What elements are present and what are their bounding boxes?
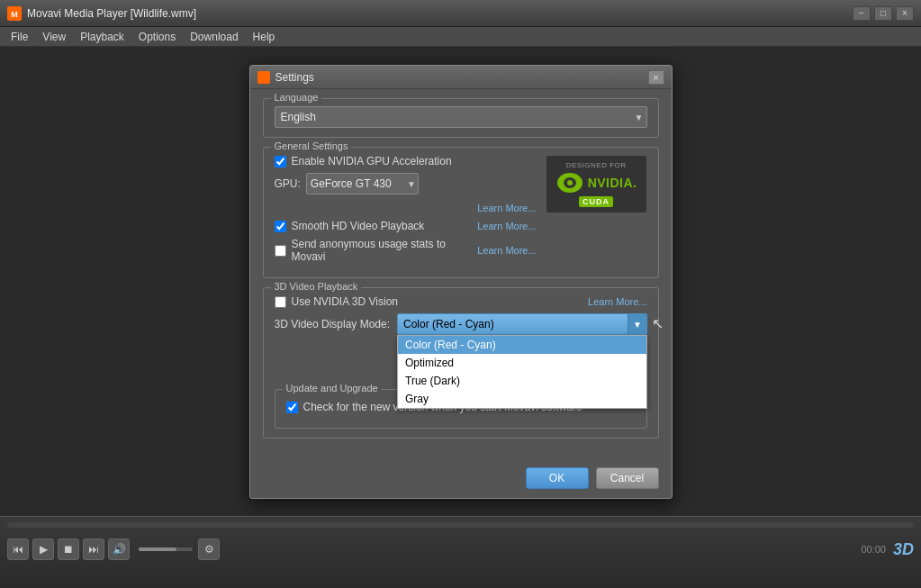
play-button[interactable]: ▶ <box>32 538 54 560</box>
gpu-label: GPU: <box>275 177 301 190</box>
main-area: Settings × Language English Deutsch Fran… <box>0 47 921 588</box>
gpu-acceleration-label: Enable NVIDIA GPU Acceleration <box>292 155 537 167</box>
time-display: 00:00 <box>861 544 886 555</box>
close-button[interactable]: × <box>896 6 914 21</box>
controls-row: ⏮ ▶ ⏹ ⏭ 🔊 ⚙ 00:00 3D <box>0 533 921 565</box>
anonymous-stats-row: Send anonymous usage stats to Movavi Lea… <box>275 238 537 263</box>
menu-file[interactable]: File <box>4 29 35 45</box>
volume-slider[interactable] <box>139 547 193 551</box>
titlebar: M Movavi Media Player [Wildlife.wmv] − □… <box>0 0 921 27</box>
nvidia-designed-text: DESIGNED FOR <box>566 161 627 169</box>
video3d-group: 3D Video Playback Use NVIDIA 3D Vision L… <box>263 287 659 439</box>
modal-overlay: Settings × Language English Deutsch Fran… <box>0 47 921 588</box>
general-settings-label: General Settings <box>271 140 352 151</box>
minimize-button[interactable]: − <box>853 6 871 21</box>
gpu-select-wrapper: GeForce GT 430 GeForce GTX 580 ▼ <box>306 173 419 194</box>
nvidia-3d-row: Use NVIDIA 3D Vision Learn More... <box>275 295 647 308</box>
dropdown-option-2[interactable]: True (Dark) <box>398 372 646 390</box>
settings-button[interactable]: ⚙ <box>198 538 220 560</box>
cuda-badge: CUDA <box>579 196 613 207</box>
gpu-acceleration-row: Enable NVIDIA GPU Acceleration <box>275 155 537 167</box>
check-version-checkbox[interactable] <box>286 402 298 413</box>
update-group-label: Update and Upgrade <box>283 383 382 394</box>
menu-download[interactable]: Download <box>183 29 245 45</box>
dropdown-option-1[interactable]: Optimized <box>398 354 646 372</box>
volume-fill <box>139 547 176 551</box>
language-select[interactable]: English Deutsch Français Español <box>275 106 647 128</box>
gpu-acceleration-checkbox[interactable] <box>275 156 286 167</box>
display-mode-label: 3D Video Display Mode: <box>275 318 391 330</box>
stop-button[interactable]: ⏹ <box>58 538 79 560</box>
dropdown-trigger[interactable]: Color (Red - Cyan) ▼ <box>397 313 646 335</box>
dialog-icon <box>257 71 270 84</box>
video3d-group-label: 3D Video Playback <box>271 281 362 292</box>
dropdown-option-3[interactable]: Gray <box>398 390 646 408</box>
cursor-indicator: ↖ <box>652 315 664 332</box>
maximize-button[interactable]: □ <box>874 6 892 21</box>
menu-view[interactable]: View <box>35 29 73 45</box>
smooth-hd-label: Smooth HD Video Playback <box>292 220 478 232</box>
nvidia-logo: NVIDIA. <box>555 171 637 194</box>
window-title: Movavi Media Player [Wildlife.wmv] <box>27 7 853 20</box>
anonymous-stats-label: Send anonymous usage stats to Movavi <box>292 238 478 263</box>
smooth-hd-checkbox[interactable] <box>275 221 286 232</box>
player-controls: ⏮ ▶ ⏹ ⏭ 🔊 ⚙ 00:00 3D <box>0 516 921 588</box>
progress-bar[interactable] <box>7 522 914 528</box>
dropdown-option-0[interactable]: Color (Red - Cyan) <box>398 336 646 354</box>
dropdown-arrow: ▼ <box>628 313 647 335</box>
display-mode-dropdown[interactable]: Color (Red - Cyan) ▼ Color (Red - Cyan) … <box>397 313 646 335</box>
svg-point-2 <box>259 73 268 82</box>
learn-more-link-1[interactable]: Learn More... <box>477 203 536 213</box>
volume-button[interactable]: 🔊 <box>108 538 130 560</box>
dialog-title: Settings <box>275 71 648 84</box>
anonymous-stats-checkbox[interactable] <box>275 245 286 257</box>
skip-forward-button[interactable]: ⏭ <box>83 538 104 560</box>
learn-more-link-2[interactable]: Learn More... <box>477 221 536 231</box>
dialog-footer: OK Cancel <box>250 460 672 498</box>
menu-help[interactable]: Help <box>246 29 283 45</box>
menubar: File View Playback Options Download Help <box>0 27 921 47</box>
dropdown-list[interactable]: Color (Red - Cyan) Optimized True (Dark)… <box>397 335 646 409</box>
logo-3d: 3D <box>893 540 914 559</box>
general-settings-group: General Settings Enable NVIDIA GPU Accel… <box>263 147 659 278</box>
language-select-wrapper: English Deutsch Français Español ▼ <box>275 106 647 128</box>
dropdown-selected-value: Color (Red - Cyan) <box>403 318 494 330</box>
dialog-body: Language English Deutsch Français Españo… <box>250 89 672 460</box>
menu-playback[interactable]: Playback <box>73 29 131 45</box>
learn-more-link-3[interactable]: Learn More... <box>477 245 536 256</box>
display-mode-dropdown-wrapper: Color (Red - Cyan) ▼ Color (Red - Cyan) … <box>397 313 646 335</box>
skip-back-button[interactable]: ⏮ <box>7 538 29 560</box>
nvidia-text: NVIDIA. <box>588 176 637 190</box>
menu-options[interactable]: Options <box>131 29 183 45</box>
cancel-button[interactable]: Cancel <box>596 467 659 489</box>
smooth-hd-row: Smooth HD Video Playback Learn More... <box>275 220 537 232</box>
nvidia-3d-label: Use NVIDIA 3D Vision <box>292 295 589 308</box>
language-group: Language English Deutsch Français Españo… <box>263 98 659 138</box>
nvidia-badge: DESIGNED FOR NVIDIA. <box>546 155 647 213</box>
dialog-titlebar: Settings × <box>250 66 672 89</box>
ok-button[interactable]: OK <box>526 467 589 489</box>
gpu-row: GPU: GeForce GT 430 GeForce GTX 580 ▼ <box>275 173 537 194</box>
learn-more-link-4[interactable]: Learn More... <box>588 296 646 307</box>
settings-dialog: Settings × Language English Deutsch Fran… <box>249 65 673 499</box>
language-group-label: Language <box>271 92 322 103</box>
gpu-select[interactable]: GeForce GT 430 GeForce GTX 580 <box>306 173 419 194</box>
window-controls: − □ × <box>853 6 914 21</box>
app-icon: M <box>7 6 22 21</box>
display-mode-row: 3D Video Display Mode: Color (Red - Cyan… <box>275 313 647 335</box>
nvidia-3d-checkbox[interactable] <box>275 296 286 308</box>
svg-text:M: M <box>11 9 18 18</box>
nvidia-eye-icon <box>555 171 584 194</box>
dialog-close-button[interactable]: × <box>648 70 664 85</box>
svg-point-5 <box>567 180 573 185</box>
